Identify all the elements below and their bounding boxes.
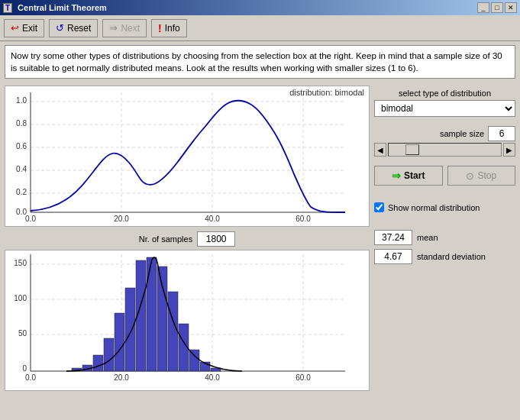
svg-text:150: 150 bbox=[14, 259, 27, 267]
slider-left-button[interactable]: ◀ bbox=[374, 143, 386, 157]
info-box: Now try some other types of distribution… bbox=[5, 45, 515, 79]
chart1-svg: 1.0 0.8 0.6 0.4 0.2 0.0 bbox=[5, 86, 349, 228]
mean-label: mean bbox=[417, 233, 438, 242]
info-icon: ! bbox=[158, 22, 162, 34]
svg-text:20.0: 20.0 bbox=[114, 373, 129, 382]
title-bar-left: T Central Limit Theorem bbox=[3, 3, 107, 13]
show-normal-checkbox[interactable] bbox=[374, 202, 384, 212]
svg-text:20.0: 20.0 bbox=[114, 215, 129, 223]
svg-text:50: 50 bbox=[18, 329, 27, 338]
stop-icon: ⊙ bbox=[466, 170, 474, 182]
exit-button[interactable]: ↩ Exit bbox=[4, 19, 44, 37]
distribution-label: select type of distribution bbox=[374, 89, 515, 98]
svg-text:0.4: 0.4 bbox=[16, 165, 27, 173]
sample-size-section: sample size 6 ◀ ▶ bbox=[374, 123, 515, 157]
reset-icon: ↺ bbox=[56, 22, 64, 34]
toolbar: ↩ Exit ↺ Reset ⇒ Next ! Info bbox=[0, 15, 520, 41]
stop-button[interactable]: ⊙ Stop bbox=[447, 166, 516, 186]
next-button[interactable]: ⇒ Next bbox=[102, 19, 147, 37]
slider-right-button[interactable]: ▶ bbox=[503, 143, 515, 157]
start-button[interactable]: ⇒ Start bbox=[374, 166, 443, 186]
next-icon: ⇒ bbox=[109, 22, 118, 34]
mean-value: 37.24 bbox=[374, 230, 412, 245]
close-button[interactable]: ✕ bbox=[505, 2, 517, 13]
minimize-button[interactable]: _ bbox=[477, 2, 489, 13]
svg-text:0.8: 0.8 bbox=[16, 119, 27, 128]
start-icon: ⇒ bbox=[392, 170, 401, 182]
start-label: Start bbox=[404, 170, 425, 181]
svg-rect-37 bbox=[125, 288, 135, 371]
stddev-label: standard deviation bbox=[417, 252, 486, 261]
title-bar-controls: _ □ ✕ bbox=[477, 2, 517, 13]
show-normal-section: Show normal distribution bbox=[374, 198, 515, 212]
app-logo: T bbox=[3, 3, 12, 13]
exit-label: Exit bbox=[22, 23, 37, 34]
reset-label: Reset bbox=[67, 23, 91, 34]
svg-rect-34 bbox=[93, 355, 103, 371]
start-stop-row: ⇒ Start ⊙ Stop bbox=[374, 166, 515, 186]
distribution-select[interactable]: bimodal uniform normal exponential skewe… bbox=[374, 100, 515, 117]
sample-size-row: sample size 6 bbox=[374, 126, 515, 141]
next-label: Next bbox=[121, 23, 140, 34]
svg-text:40.0: 40.0 bbox=[205, 373, 220, 382]
controls-panel: select type of distribution bimodal unif… bbox=[374, 86, 515, 391]
svg-text:0.0: 0.0 bbox=[25, 373, 36, 382]
info-label: Info bbox=[165, 23, 180, 34]
svg-rect-43 bbox=[189, 350, 199, 371]
main-area: distribution: bimodal 1.0 0.8 0.6 0.4 0.… bbox=[0, 82, 520, 394]
svg-text:0.6: 0.6 bbox=[16, 142, 27, 150]
chart2-svg: 150 100 50 0 bbox=[5, 250, 349, 392]
charts-area: distribution: bimodal 1.0 0.8 0.6 0.4 0.… bbox=[5, 86, 370, 391]
sample-size-value: 6 bbox=[488, 126, 515, 141]
svg-rect-40 bbox=[157, 267, 167, 371]
stop-label: Stop bbox=[477, 170, 496, 181]
slider-track[interactable] bbox=[388, 143, 502, 157]
slider-row: ◀ ▶ bbox=[374, 143, 515, 157]
svg-rect-35 bbox=[104, 338, 114, 371]
histogram-chart: 150 100 50 0 bbox=[5, 250, 370, 391]
svg-text:60.0: 60.0 bbox=[296, 215, 311, 223]
sample-size-label: sample size bbox=[440, 129, 484, 138]
info-text: Now try some other types of distribution… bbox=[11, 51, 502, 73]
distribution-chart: distribution: bimodal 1.0 0.8 0.6 0.4 0.… bbox=[5, 86, 370, 227]
svg-text:0: 0 bbox=[22, 364, 27, 373]
svg-rect-39 bbox=[147, 257, 157, 371]
svg-text:0.2: 0.2 bbox=[16, 188, 27, 196]
info-button[interactable]: ! Info bbox=[151, 19, 187, 37]
stats-section: 37.24 mean 4.67 standard deviation bbox=[374, 226, 515, 264]
show-normal-label: Show normal distribution bbox=[388, 203, 480, 212]
stddev-value: 4.67 bbox=[374, 249, 412, 264]
nr-samples-value: 1800 bbox=[197, 231, 235, 247]
slider-thumb[interactable] bbox=[405, 144, 419, 155]
mean-row: 37.24 mean bbox=[374, 230, 515, 245]
svg-text:40.0: 40.0 bbox=[205, 215, 220, 223]
show-normal-row: Show normal distribution bbox=[374, 202, 515, 212]
nr-samples-label: Nr. of samples bbox=[139, 234, 192, 244]
svg-rect-41 bbox=[168, 292, 178, 371]
svg-text:0.0: 0.0 bbox=[25, 215, 36, 223]
maximize-button[interactable]: □ bbox=[491, 2, 503, 13]
svg-text:60.0: 60.0 bbox=[296, 373, 311, 382]
nr-samples-row: Nr. of samples 1800 bbox=[5, 231, 370, 247]
svg-text:100: 100 bbox=[14, 294, 27, 302]
svg-rect-36 bbox=[115, 313, 124, 371]
window-title: Central Limit Theorem bbox=[18, 3, 107, 12]
chart1-title: distribution: bimodal bbox=[289, 88, 364, 97]
distribution-section: select type of distribution bimodal unif… bbox=[374, 89, 515, 117]
exit-icon: ↩ bbox=[11, 22, 19, 34]
reset-button[interactable]: ↺ Reset bbox=[49, 19, 98, 37]
stddev-row: 4.67 standard deviation bbox=[374, 249, 515, 264]
svg-text:1.0: 1.0 bbox=[16, 96, 27, 105]
title-bar: T Central Limit Theorem _ □ ✕ bbox=[0, 0, 520, 15]
